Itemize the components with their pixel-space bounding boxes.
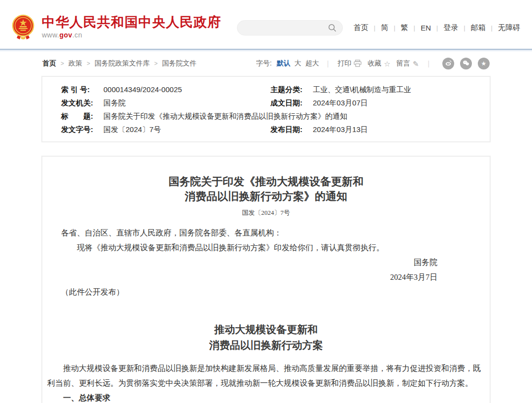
font-size-default-button[interactable]: 默认 xyxy=(277,59,291,68)
nav-link-simplified[interactable]: 简 xyxy=(380,23,389,33)
favorite-button[interactable]: 收藏 ☆ xyxy=(367,59,390,68)
nav-link-traditional[interactable]: 繁 xyxy=(400,23,409,33)
search-icon[interactable] xyxy=(328,24,336,32)
printer-icon xyxy=(354,60,362,68)
national-emblem-icon xyxy=(11,14,35,40)
meta-label: 发布日期: xyxy=(270,123,313,136)
document-metadata: 索 引 号: 000014349/2024-00025 主题分类: 工业、交通\… xyxy=(41,76,491,142)
wechat-icon xyxy=(463,60,469,68)
font-size-large-button[interactable]: 大 xyxy=(295,59,301,68)
share-wechat-button[interactable] xyxy=(460,58,472,69)
meta-value: 国发〔2024〕7号 xyxy=(103,123,161,136)
search-box[interactable] xyxy=(237,20,343,35)
meta-value: 000014349/2024-00025 xyxy=(103,83,182,96)
breadcrumb-policy[interactable]: 政策 xyxy=(68,59,82,68)
plan-title: 推动大规模设备更新和 消费品以旧换新行动方案 xyxy=(47,322,485,353)
meta-label: 索 引 号: xyxy=(61,83,103,96)
toolbar-separator: | xyxy=(428,60,430,67)
plan-title-line1: 推动大规模设备更新和 xyxy=(47,322,485,337)
comment-button[interactable]: 留言 ✎ xyxy=(397,59,419,68)
section-1-heading: 一、总体要求 xyxy=(47,391,485,403)
print-label: 打印 xyxy=(337,59,351,68)
breadcrumb-toolbar-row: 首页 > 政策 > 国务院政策文件库 > 国务院文件 字号: 默认 大 超大 |… xyxy=(41,50,491,76)
star-outline-icon: ☆ xyxy=(384,60,390,67)
document-body: 国务院关于印发《推动大规模设备更新和 消费品以旧换新行动方案》的通知 国发〔20… xyxy=(41,156,491,403)
toolbar-separator: | xyxy=(327,60,329,67)
nav-link-english[interactable]: EN xyxy=(420,24,432,32)
plan-body: 推动大规模设备更新和消费品以旧换新是加快构建新发展格局、推动高质量发展的重要举措… xyxy=(47,361,485,403)
breadcrumb: 首页 > 政策 > 国务院政策文件库 > 国务院文件 xyxy=(42,59,197,68)
meta-label: 成文日期: xyxy=(270,96,313,109)
nav-link-accessibility[interactable]: 无障碍 xyxy=(497,23,521,33)
site-url: www.gov.cn xyxy=(42,31,221,39)
meta-value: 2024年03月07日 xyxy=(313,96,368,109)
nav-link-mail[interactable]: 邮箱 xyxy=(470,23,487,33)
pencil-icon: ✎ xyxy=(413,60,419,67)
forward-paragraph: 现将《推动大规模设备更新和消费品以旧换新行动方案》印发给你们，请认真贯彻执行。 xyxy=(61,240,485,255)
search-input[interactable] xyxy=(243,24,328,32)
nav-separator: | xyxy=(374,24,375,32)
top-nav: 首页 | 简 | 繁 | EN | 登录 | 邮箱 | 无障碍 xyxy=(353,23,521,33)
public-release-note: （此件公开发布） xyxy=(61,285,485,300)
meta-field-doc-number: 发文字号: 国发〔2024〕7号 xyxy=(42,123,270,136)
nav-link-login[interactable]: 登录 xyxy=(442,23,459,33)
breadcrumb-separator: > xyxy=(87,60,90,67)
nav-separator: | xyxy=(491,24,493,32)
meta-value: 国务院关于印发《推动大规模设备更新和消费品以旧换新行动方案》的通知 xyxy=(103,109,347,123)
font-size-label: 字号: xyxy=(256,59,272,68)
site-logo[interactable]: 中华人民共和国中央人民政府 www.gov.cn xyxy=(11,14,221,40)
nav-link-home[interactable]: 首页 xyxy=(353,23,369,33)
site-header: 中华人民共和国中央人民政府 www.gov.cn 首页 | 简 | 繁 | EN… xyxy=(0,0,532,50)
font-size-xlarge-button[interactable]: 超大 xyxy=(305,59,319,68)
breadcrumb-home[interactable]: 首页 xyxy=(42,59,56,68)
plan-title-line2: 消费品以旧换新行动方案 xyxy=(47,337,485,353)
document-number: 国发〔2024〕7号 xyxy=(47,208,485,217)
meta-field-index: 索 引 号: 000014349/2024-00025 xyxy=(42,83,270,96)
breadcrumb-separator: > xyxy=(154,60,158,67)
breadcrumb-state-council-docs[interactable]: 国务院文件 xyxy=(162,59,197,68)
site-url-gov: gov xyxy=(59,31,72,39)
share-more-button[interactable]: ★ xyxy=(478,58,490,69)
meta-value: 工业、交通\机械制造与重工业 xyxy=(313,83,411,96)
site-url-www: www. xyxy=(42,31,59,39)
share-weibo-button[interactable] xyxy=(442,58,454,69)
breadcrumb-separator: > xyxy=(61,60,64,67)
comment-label: 留言 xyxy=(397,59,410,68)
nav-separator: | xyxy=(436,24,438,32)
sign-date: 2024年3月7日 xyxy=(61,270,485,285)
favorite-label: 收藏 xyxy=(367,59,381,68)
meta-value: 国务院 xyxy=(103,96,126,109)
nav-separator: | xyxy=(464,24,465,32)
meta-value: 2024年03月13日 xyxy=(313,123,368,136)
print-button[interactable]: 打印 xyxy=(337,59,362,68)
meta-label: 发文字号: xyxy=(61,123,103,136)
meta-field-written-date: 成文日期: 2024年03月07日 xyxy=(270,96,490,109)
page-toolbar: 字号: 默认 大 超大 | 打印 收藏 ☆ 留言 xyxy=(256,58,490,69)
document-title-line1: 国务院关于印发《推动大规模设备更新和 xyxy=(47,174,485,189)
meta-field-title: 标 题: 国务院关于印发《推动大规模设备更新和消费品以旧换新行动方案》的通知 xyxy=(42,109,490,123)
nav-separator: | xyxy=(414,24,415,32)
signer: 国务院 xyxy=(61,255,485,270)
notice-letter: 各省、自治区、直辖市人民政府，国务院各部委、各直属机构： 现将《推动大规模设备更… xyxy=(47,226,485,300)
document-title: 国务院关于印发《推动大规模设备更新和 消费品以旧换新行动方案》的通知 xyxy=(47,174,485,204)
breadcrumb-policy-library[interactable]: 国务院政策文件库 xyxy=(95,59,150,68)
meta-label: 发文机关: xyxy=(61,96,103,109)
salutation: 各省、自治区、直辖市人民政府，国务院各部委、各直属机构： xyxy=(61,226,485,240)
meta-label: 主题分类: xyxy=(270,83,313,96)
header-right: 首页 | 简 | 繁 | EN | 登录 | 邮箱 | 无障碍 xyxy=(237,18,521,35)
plan-intro-paragraph: 推动大规模设备更新和消费品以旧换新是加快构建新发展格局、推动高质量发展的重要举措… xyxy=(47,361,485,391)
meta-label: 标 题: xyxy=(61,109,103,123)
site-title: 中华人民共和国中央人民政府 xyxy=(42,15,221,30)
meta-field-topic: 主题分类: 工业、交通\机械制造与重工业 xyxy=(270,83,490,96)
site-url-cn: .cn xyxy=(72,31,82,39)
share-star-icon: ★ xyxy=(481,60,487,67)
document-title-line2: 消费品以旧换新行动方案》的通知 xyxy=(47,189,485,204)
weibo-icon xyxy=(445,60,452,68)
meta-field-publish-date: 发布日期: 2024年03月13日 xyxy=(270,123,490,136)
nav-separator: | xyxy=(394,24,395,32)
share-buttons: ★ xyxy=(442,58,490,69)
meta-field-agency: 发文机关: 国务院 xyxy=(42,96,270,109)
